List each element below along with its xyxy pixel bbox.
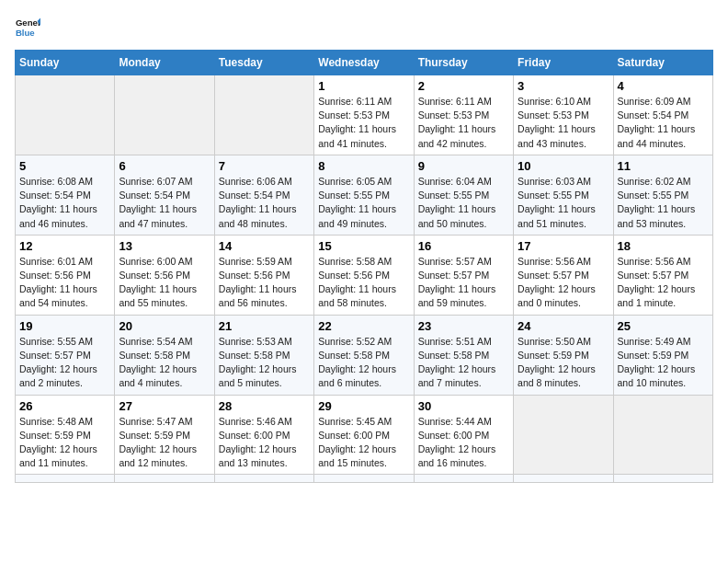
calendar-cell: 29Sunrise: 5:45 AM Sunset: 6:00 PM Dayli… [314, 395, 414, 475]
day-number: 17 [518, 239, 609, 253]
day-info: Sunrise: 5:57 AM Sunset: 5:57 PM Dayligh… [418, 255, 509, 311]
calendar-cell [16, 475, 115, 483]
weekday-tuesday: Tuesday [214, 51, 313, 75]
day-number: 21 [219, 319, 310, 333]
calendar-cell: 27Sunrise: 5:47 AM Sunset: 5:59 PM Dayli… [115, 395, 214, 475]
day-info: Sunrise: 6:10 AM Sunset: 5:53 PM Dayligh… [518, 95, 609, 151]
calendar-table: SundayMondayTuesdayWednesdayThursdayFrid… [15, 50, 713, 483]
calendar-cell [115, 475, 214, 483]
calendar-cell-empty [414, 475, 513, 483]
calendar-cell: 10Sunrise: 6:03 AM Sunset: 5:55 PM Dayli… [514, 155, 613, 235]
weekday-friday: Friday [514, 51, 613, 75]
calendar-cell: 7Sunrise: 6:06 AM Sunset: 5:54 PM Daylig… [214, 155, 313, 235]
calendar-row: 26Sunrise: 5:48 AM Sunset: 5:59 PM Dayli… [16, 395, 713, 475]
day-info: Sunrise: 5:56 AM Sunset: 5:57 PM Dayligh… [518, 255, 609, 311]
day-info: Sunrise: 6:11 AM Sunset: 5:53 PM Dayligh… [418, 95, 509, 151]
svg-text:General: General [16, 17, 40, 28]
day-info: Sunrise: 5:44 AM Sunset: 6:00 PM Dayligh… [418, 415, 509, 471]
day-number: 16 [418, 239, 509, 253]
day-number: 20 [119, 319, 210, 333]
calendar-cell: 26Sunrise: 5:48 AM Sunset: 5:59 PM Dayli… [16, 395, 115, 475]
calendar-cell: 11Sunrise: 6:02 AM Sunset: 5:55 PM Dayli… [613, 155, 712, 235]
calendar-row: 5Sunrise: 6:08 AM Sunset: 5:54 PM Daylig… [16, 155, 713, 235]
calendar-cell: 3Sunrise: 6:10 AM Sunset: 5:53 PM Daylig… [514, 75, 613, 155]
day-info: Sunrise: 5:52 AM Sunset: 5:58 PM Dayligh… [318, 335, 409, 391]
calendar-cell-empty [613, 475, 712, 483]
day-number: 15 [318, 239, 409, 253]
logo-icon: General Blue [15, 15, 40, 40]
day-info: Sunrise: 6:09 AM Sunset: 5:54 PM Dayligh… [618, 95, 709, 151]
calendar-cell: 17Sunrise: 5:56 AM Sunset: 5:57 PM Dayli… [514, 235, 613, 315]
calendar-cell-empty [514, 475, 613, 483]
calendar-cell: 4Sunrise: 6:09 AM Sunset: 5:54 PM Daylig… [613, 75, 712, 155]
day-info: Sunrise: 6:01 AM Sunset: 5:56 PM Dayligh… [19, 255, 110, 311]
day-number: 26 [19, 399, 110, 413]
day-info: Sunrise: 6:07 AM Sunset: 5:54 PM Dayligh… [119, 175, 210, 231]
calendar-row: 1Sunrise: 6:11 AM Sunset: 5:53 PM Daylig… [16, 75, 713, 155]
weekday-sunday: Sunday [16, 51, 115, 75]
day-number: 2 [418, 79, 509, 93]
day-number: 3 [518, 79, 609, 93]
day-info: Sunrise: 5:45 AM Sunset: 6:00 PM Dayligh… [318, 415, 409, 471]
calendar-cell [214, 475, 313, 483]
day-number: 10 [518, 159, 609, 173]
calendar-row: 19Sunrise: 5:55 AM Sunset: 5:57 PM Dayli… [16, 315, 713, 395]
calendar-cell-empty [314, 475, 414, 483]
calendar-cell: 6Sunrise: 6:07 AM Sunset: 5:54 PM Daylig… [115, 155, 214, 235]
day-number: 19 [19, 319, 110, 333]
day-info: Sunrise: 5:54 AM Sunset: 5:58 PM Dayligh… [119, 335, 210, 391]
day-info: Sunrise: 5:58 AM Sunset: 5:56 PM Dayligh… [318, 255, 409, 311]
day-info: Sunrise: 5:46 AM Sunset: 6:00 PM Dayligh… [219, 415, 310, 471]
calendar-cell: 9Sunrise: 6:04 AM Sunset: 5:55 PM Daylig… [414, 155, 513, 235]
calendar-row [16, 475, 713, 483]
calendar-cell: 13Sunrise: 6:00 AM Sunset: 5:56 PM Dayli… [115, 235, 214, 315]
day-info: Sunrise: 5:50 AM Sunset: 5:59 PM Dayligh… [518, 335, 609, 391]
calendar-cell: 14Sunrise: 5:59 AM Sunset: 5:56 PM Dayli… [214, 235, 313, 315]
day-info: Sunrise: 5:48 AM Sunset: 5:59 PM Dayligh… [19, 415, 110, 471]
day-number: 22 [318, 319, 409, 333]
weekday-thursday: Thursday [414, 51, 513, 75]
calendar-cell: 12Sunrise: 6:01 AM Sunset: 5:56 PM Dayli… [16, 235, 115, 315]
calendar-cell [514, 395, 613, 475]
calendar-cell [214, 75, 313, 155]
day-info: Sunrise: 5:53 AM Sunset: 5:58 PM Dayligh… [219, 335, 310, 391]
day-info: Sunrise: 6:03 AM Sunset: 5:55 PM Dayligh… [518, 175, 609, 231]
calendar-cell: 18Sunrise: 5:56 AM Sunset: 5:57 PM Dayli… [613, 235, 712, 315]
day-number: 12 [19, 239, 110, 253]
page-header: General Blue [15, 15, 713, 40]
day-info: Sunrise: 5:47 AM Sunset: 5:59 PM Dayligh… [119, 415, 210, 471]
calendar-cell: 16Sunrise: 5:57 AM Sunset: 5:57 PM Dayli… [414, 235, 513, 315]
day-number: 7 [219, 159, 310, 173]
day-info: Sunrise: 6:06 AM Sunset: 5:54 PM Dayligh… [219, 175, 310, 231]
calendar-cell: 30Sunrise: 5:44 AM Sunset: 6:00 PM Dayli… [414, 395, 513, 475]
calendar-cell: 24Sunrise: 5:50 AM Sunset: 5:59 PM Dayli… [514, 315, 613, 395]
day-info: Sunrise: 6:11 AM Sunset: 5:53 PM Dayligh… [318, 95, 409, 151]
day-number: 25 [618, 319, 709, 333]
calendar-cell: 5Sunrise: 6:08 AM Sunset: 5:54 PM Daylig… [16, 155, 115, 235]
calendar-cell: 1Sunrise: 6:11 AM Sunset: 5:53 PM Daylig… [314, 75, 414, 155]
calendar-cell: 22Sunrise: 5:52 AM Sunset: 5:58 PM Dayli… [314, 315, 414, 395]
calendar-cell: 15Sunrise: 5:58 AM Sunset: 5:56 PM Dayli… [314, 235, 414, 315]
day-number: 14 [219, 239, 310, 253]
calendar-cell: 2Sunrise: 6:11 AM Sunset: 5:53 PM Daylig… [414, 75, 513, 155]
day-info: Sunrise: 5:49 AM Sunset: 5:59 PM Dayligh… [618, 335, 709, 391]
day-info: Sunrise: 5:55 AM Sunset: 5:57 PM Dayligh… [19, 335, 110, 391]
day-info: Sunrise: 6:02 AM Sunset: 5:55 PM Dayligh… [618, 175, 709, 231]
day-info: Sunrise: 5:59 AM Sunset: 5:56 PM Dayligh… [219, 255, 310, 311]
day-number: 6 [119, 159, 210, 173]
calendar-cell: 8Sunrise: 6:05 AM Sunset: 5:55 PM Daylig… [314, 155, 414, 235]
calendar-cell: 25Sunrise: 5:49 AM Sunset: 5:59 PM Dayli… [613, 315, 712, 395]
weekday-monday: Monday [115, 51, 214, 75]
day-number: 9 [418, 159, 509, 173]
day-number: 23 [418, 319, 509, 333]
calendar-cell [613, 395, 712, 475]
day-info: Sunrise: 6:04 AM Sunset: 5:55 PM Dayligh… [418, 175, 509, 231]
day-info: Sunrise: 6:08 AM Sunset: 5:54 PM Dayligh… [19, 175, 110, 231]
calendar-cell: 21Sunrise: 5:53 AM Sunset: 5:58 PM Dayli… [214, 315, 313, 395]
calendar-row: 12Sunrise: 6:01 AM Sunset: 5:56 PM Dayli… [16, 235, 713, 315]
day-info: Sunrise: 5:51 AM Sunset: 5:58 PM Dayligh… [418, 335, 509, 391]
day-info: Sunrise: 6:00 AM Sunset: 5:56 PM Dayligh… [119, 255, 210, 311]
day-number: 8 [318, 159, 409, 173]
weekday-header-row: SundayMondayTuesdayWednesdayThursdayFrid… [16, 51, 713, 75]
weekday-wednesday: Wednesday [314, 51, 414, 75]
